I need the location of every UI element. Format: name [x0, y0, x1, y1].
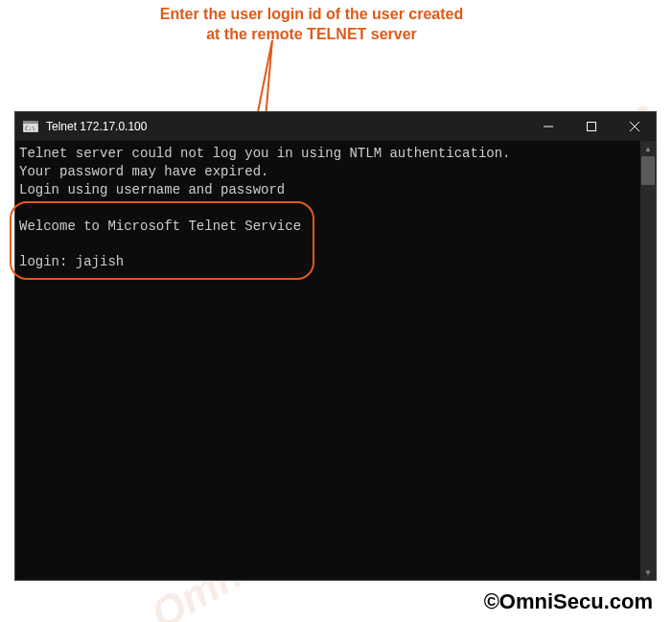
scroll-down-arrow-icon[interactable]: ▼ — [640, 564, 656, 580]
maximize-button[interactable] — [569, 112, 613, 141]
minimize-button[interactable] — [526, 112, 569, 141]
telnet-window: C:\ Telnet 172.17.0.100 Telnet server co… — [14, 111, 657, 581]
terminal-line: Telnet server could not log you in using… — [19, 146, 510, 161]
copyright-text: ©OmniSecu.com — [484, 589, 653, 614]
app-icon: C:\ — [23, 120, 38, 133]
terminal-content[interactable]: Telnet server could not log you in using… — [15, 141, 640, 580]
window-titlebar[interactable]: C:\ Telnet 172.17.0.100 — [15, 112, 656, 141]
annotation-line-2: at the remote TELNET server — [72, 25, 551, 45]
terminal-line: Your password may have expired. — [19, 164, 268, 179]
close-button[interactable] — [613, 112, 656, 141]
scroll-up-arrow-icon[interactable]: ▲ — [640, 141, 656, 156]
svg-rect-1 — [23, 121, 38, 124]
annotation-callout: Enter the user login id of the user crea… — [72, 5, 551, 45]
terminal-body: Telnet server could not log you in using… — [15, 141, 656, 580]
window-controls — [526, 112, 656, 141]
terminal-line: Welcome to Microsoft Telnet Service — [19, 219, 301, 234]
annotation-line-1: Enter the user login id of the user crea… — [72, 5, 551, 25]
scroll-thumb[interactable] — [641, 156, 655, 185]
svg-rect-4 — [587, 123, 595, 131]
login-prompt: login: — [19, 254, 76, 269]
login-input[interactable]: jajish — [76, 254, 124, 269]
terminal-line: Login using username and password — [19, 182, 285, 197]
svg-text:C:\: C:\ — [25, 125, 35, 131]
vertical-scrollbar[interactable]: ▲ ▼ — [640, 141, 656, 580]
window-title: Telnet 172.17.0.100 — [46, 120, 526, 133]
